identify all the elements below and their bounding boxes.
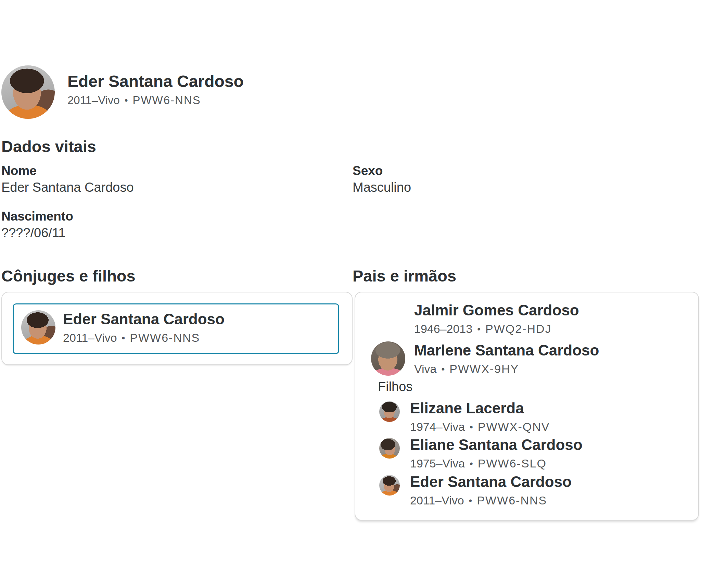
- section-title-parents-siblings: Pais e irmãos: [353, 267, 456, 285]
- label-name: Nome: [1, 164, 37, 178]
- value-sex: Masculino: [353, 180, 411, 195]
- selected-person-card[interactable]: Eder Santana Cardoso 2011–Vivo•PWW6-NNS: [13, 303, 339, 354]
- lifespan-text: 2011–Vivo: [67, 94, 120, 107]
- person-row-father[interactable]: Jalmir Gomes Cardoso 1946–2013•PWQ2-HDJ: [371, 301, 579, 336]
- person-id: PWWX-9HY: [449, 362, 519, 375]
- separator-dot: •: [122, 333, 125, 343]
- avatar-photo-child[interactable]: [379, 438, 400, 459]
- page-title-person-name: Eder Santana Cardoso: [67, 72, 244, 91]
- lifespan-text: Viva: [414, 362, 437, 375]
- avatar-photo-eder[interactable]: [21, 310, 55, 345]
- person-lifespan-line: 2011–Vivo•PWW6-NNS: [63, 331, 225, 345]
- person-name-link[interactable]: Marlene Santana Cardoso: [414, 341, 599, 360]
- label-birth: Nascimento: [1, 209, 73, 224]
- person-row-child[interactable]: Elizane Lacerda 1974–Viva•PWWX-QNV: [379, 401, 550, 434]
- lifespan-text: 2011–Vivo: [410, 494, 464, 507]
- section-title-spouses-children: Cônjuges e filhos: [1, 267, 136, 285]
- parents-siblings-card: Jalmir Gomes Cardoso 1946–2013•PWQ2-HDJ …: [355, 292, 699, 521]
- person-name-link[interactable]: Eder Santana Cardoso: [410, 473, 572, 491]
- person-id: PWW6-NNS: [130, 331, 200, 344]
- person-id: PWW6-NNS: [132, 94, 201, 107]
- person-row-child[interactable]: Eliane Santana Cardoso 1975–Viva•PWW6-SL…: [379, 438, 583, 471]
- person-row-mother[interactable]: Marlene Santana Cardoso Viva•PWWX-9HY: [371, 341, 599, 376]
- separator-dot: •: [469, 495, 472, 506]
- person-lifespan-line: 1975–Viva•PWW6-SLQ: [410, 456, 583, 471]
- lifespan-text: 1975–Viva: [410, 457, 465, 470]
- separator-dot: •: [470, 422, 473, 432]
- person-lifespan-line: Viva•PWWX-9HY: [414, 362, 599, 376]
- value-name: Eder Santana Cardoso: [1, 180, 134, 195]
- avatar-photo-father[interactable]: [371, 301, 405, 336]
- person-details-page: Eder Santana Cardoso 2011–Vivo•PWW6-NNS …: [0, 0, 701, 588]
- spouses-children-card: Eder Santana Cardoso 2011–Vivo•PWW6-NNS: [1, 292, 353, 365]
- person-row-eder[interactable]: Eder Santana Cardoso 2011–Vivo•PWW6-NNS: [21, 310, 225, 345]
- avatar-photo-child[interactable]: [379, 475, 400, 496]
- children-sublist-label: Filhos: [378, 379, 412, 394]
- lifespan-text: 1974–Viva: [410, 420, 465, 433]
- person-id: PWW6-SLQ: [478, 457, 547, 470]
- lifespan-text: 1946–2013: [414, 322, 472, 335]
- separator-dot: •: [470, 458, 473, 469]
- person-name-link[interactable]: Elizane Lacerda: [410, 399, 550, 417]
- person-name-link[interactable]: Eder Santana Cardoso: [63, 310, 225, 328]
- person-id: PWW6-NNS: [477, 494, 547, 507]
- avatar-photo-mother[interactable]: [371, 341, 405, 376]
- person-id: PWQ2-HDJ: [485, 322, 552, 335]
- person-row-child[interactable]: Eder Santana Cardoso 2011–Vivo•PWW6-NNS: [379, 475, 572, 508]
- profile-photo-avatar[interactable]: [1, 65, 55, 119]
- person-name-link[interactable]: Jalmir Gomes Cardoso: [414, 301, 579, 320]
- profile-lifespan-line: 2011–Vivo•PWW6-NNS: [67, 93, 244, 107]
- person-lifespan-line: 1974–Viva•PWWX-QNV: [410, 420, 550, 434]
- profile-header: Eder Santana Cardoso 2011–Vivo•PWW6-NNS: [67, 72, 244, 107]
- separator-dot: •: [477, 324, 481, 334]
- label-sex: Sexo: [353, 164, 383, 178]
- person-id: PWWX-QNV: [478, 420, 550, 433]
- avatar-photo-child[interactable]: [379, 401, 400, 422]
- value-birth: ????/06/11: [1, 226, 65, 240]
- lifespan-text: 2011–Vivo: [63, 331, 117, 344]
- section-title-vitals: Dados vitais: [1, 138, 96, 155]
- person-lifespan-line: 1946–2013•PWQ2-HDJ: [414, 322, 579, 336]
- person-name-link[interactable]: Eliane Santana Cardoso: [410, 436, 583, 454]
- separator-dot: •: [125, 95, 128, 105]
- separator-dot: •: [442, 364, 445, 374]
- person-lifespan-line: 2011–Vivo•PWW6-NNS: [410, 493, 572, 508]
